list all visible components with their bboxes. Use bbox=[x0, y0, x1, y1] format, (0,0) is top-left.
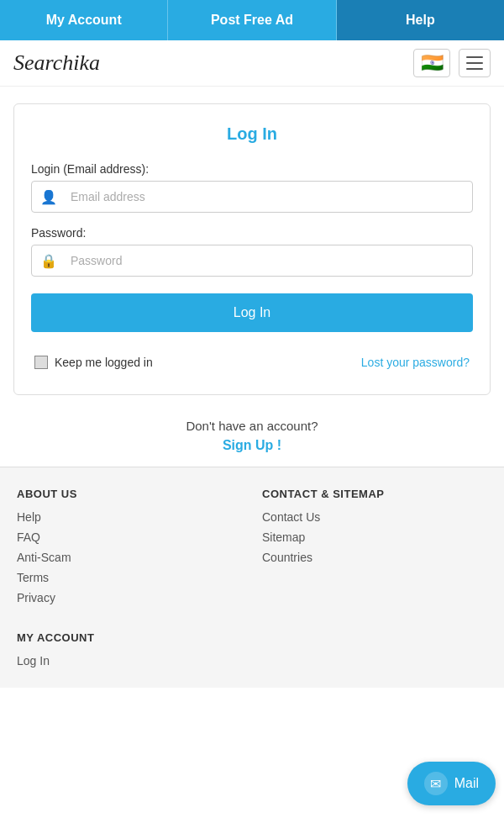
mail-button[interactable]: ✉ Mail bbox=[407, 762, 496, 805]
email-label: Login (Email address): bbox=[31, 162, 473, 176]
flag-button[interactable]: 🇮🇳 bbox=[413, 49, 450, 77]
footer-grid: ABOUT US Help FAQ Anti-Scam Terms Privac… bbox=[17, 488, 487, 611]
footer-link-faq[interactable]: FAQ bbox=[17, 530, 242, 544]
signup-link[interactable]: Sign Up ! bbox=[0, 438, 504, 453]
footer-link-antiscam[interactable]: Anti-Scam bbox=[17, 551, 242, 564]
nav-help[interactable]: Help bbox=[337, 0, 504, 40]
hamburger-line-2 bbox=[466, 62, 483, 64]
nav-post-free-ad[interactable]: Post Free Ad bbox=[168, 0, 335, 40]
keep-logged-in-checkbox[interactable] bbox=[34, 356, 48, 369]
about-title: ABOUT US bbox=[17, 488, 242, 500]
password-label: Password: bbox=[31, 226, 473, 240]
site-footer: ABOUT US Help FAQ Anti-Scam Terms Privac… bbox=[0, 467, 504, 688]
keep-logged-in-wrapper: Keep me logged in bbox=[34, 356, 153, 369]
footer-my-account: MY ACCOUNT Log In bbox=[17, 631, 487, 668]
no-account-text: Don't have an account? bbox=[186, 419, 318, 433]
footer-link-login[interactable]: Log In bbox=[17, 654, 487, 668]
password-input-wrapper: 🔒 bbox=[31, 245, 473, 277]
footer-about: ABOUT US Help FAQ Anti-Scam Terms Privac… bbox=[17, 488, 242, 611]
my-account-title: MY ACCOUNT bbox=[17, 631, 487, 644]
footer-link-contact-us[interactable]: Contact Us bbox=[262, 510, 487, 524]
hamburger-button[interactable] bbox=[459, 49, 491, 77]
site-logo: Searchika bbox=[13, 50, 100, 76]
login-card: Log In Login (Email address): 👤 Password… bbox=[13, 103, 491, 395]
keep-logged-in-label: Keep me logged in bbox=[55, 356, 153, 369]
login-footer: Keep me logged in Lost your password? bbox=[31, 347, 473, 369]
hamburger-line-3 bbox=[466, 68, 483, 70]
footer-link-sitemap[interactable]: Sitemap bbox=[262, 530, 487, 544]
flag-icon: 🇮🇳 bbox=[421, 52, 444, 74]
footer-contact: CONTACT & SITEMAP Contact Us Sitemap Cou… bbox=[262, 488, 487, 611]
footer-link-terms[interactable]: Terms bbox=[17, 571, 242, 584]
mail-icon: ✉ bbox=[424, 772, 448, 795]
password-field[interactable] bbox=[66, 245, 472, 276]
footer-link-privacy[interactable]: Privacy bbox=[17, 591, 242, 604]
email-field[interactable] bbox=[66, 182, 472, 212]
signup-section: Don't have an account? Sign Up ! bbox=[0, 419, 504, 453]
top-navigation: My Account Post Free Ad Help bbox=[0, 0, 504, 40]
contact-title: CONTACT & SITEMAP bbox=[262, 488, 487, 500]
email-input-wrapper: 👤 bbox=[31, 181, 473, 213]
site-header: Searchika 🇮🇳 bbox=[0, 40, 504, 87]
footer-link-help[interactable]: Help bbox=[17, 510, 242, 524]
nav-my-account[interactable]: My Account bbox=[0, 0, 167, 40]
login-title: Log In bbox=[31, 124, 473, 144]
header-actions: 🇮🇳 bbox=[413, 49, 491, 77]
user-icon: 👤 bbox=[32, 189, 66, 205]
login-button[interactable]: Log In bbox=[31, 293, 473, 332]
hamburger-line-1 bbox=[466, 56, 483, 58]
mail-label: Mail bbox=[454, 776, 479, 791]
lock-icon: 🔒 bbox=[32, 253, 66, 269]
footer-link-countries[interactable]: Countries bbox=[262, 551, 487, 564]
lost-password-link[interactable]: Lost your password? bbox=[361, 356, 470, 369]
